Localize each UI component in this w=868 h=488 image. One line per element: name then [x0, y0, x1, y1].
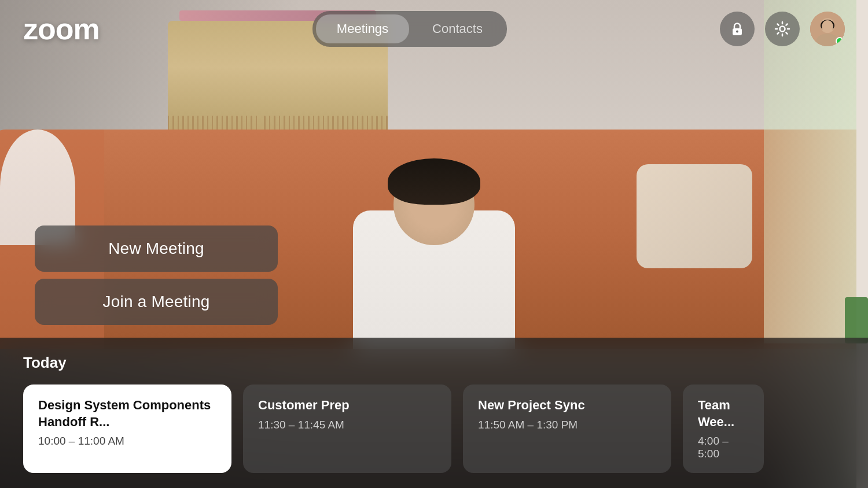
- online-indicator: [836, 37, 844, 45]
- meeting-time-4: 4:00 – 5:00: [698, 435, 749, 460]
- meeting-card-2[interactable]: Customer Prep 11:30 – 11:45 AM: [243, 385, 451, 473]
- new-meeting-button[interactable]: New Meeting: [35, 225, 278, 272]
- avatar-button[interactable]: [810, 12, 845, 46]
- meeting-card-4[interactable]: Team Wee... 4:00 – 5:00: [683, 385, 764, 473]
- couch-pillow: [637, 164, 752, 268]
- action-buttons: New Meeting Join a Meeting: [35, 225, 278, 325]
- top-right-controls: [720, 12, 845, 46]
- join-meeting-button[interactable]: Join a Meeting: [35, 279, 278, 325]
- zoom-logo: zoom: [23, 12, 100, 46]
- meetings-panel: Today Design System Components Handoff R…: [0, 338, 868, 488]
- top-bar: zoom Meetings Contacts: [0, 0, 868, 58]
- meetings-row: Design System Components Handoff R... 10…: [23, 385, 845, 473]
- svg-point-2: [780, 27, 785, 32]
- lock-button[interactable]: [720, 12, 755, 46]
- meeting-title-4: Team Wee...: [698, 397, 749, 430]
- meeting-card-1[interactable]: Design System Components Handoff R... 10…: [23, 385, 231, 473]
- lock-icon: [729, 21, 745, 37]
- meeting-title-1: Design System Components Handoff R...: [38, 397, 216, 430]
- settings-button[interactable]: [765, 12, 800, 46]
- meeting-time-3: 11:50 AM – 1:30 PM: [478, 419, 656, 431]
- svg-point-1: [736, 31, 738, 33]
- meeting-title-3: New Project Sync: [478, 397, 656, 414]
- meeting-time-1: 10:00 – 11:00 AM: [38, 435, 216, 448]
- tab-meetings[interactable]: Meetings: [316, 14, 409, 43]
- svg-point-6: [822, 20, 833, 33]
- meeting-time-2: 11:30 – 11:45 AM: [258, 419, 436, 431]
- today-label: Today: [23, 354, 845, 372]
- gear-icon: [774, 21, 790, 37]
- tab-contacts[interactable]: Contacts: [411, 14, 503, 43]
- person-head: [393, 164, 475, 245]
- nav-tabs: Meetings Contacts: [312, 11, 507, 47]
- meeting-card-3[interactable]: New Project Sync 11:50 AM – 1:30 PM: [463, 385, 671, 473]
- meeting-title-2: Customer Prep: [258, 397, 436, 414]
